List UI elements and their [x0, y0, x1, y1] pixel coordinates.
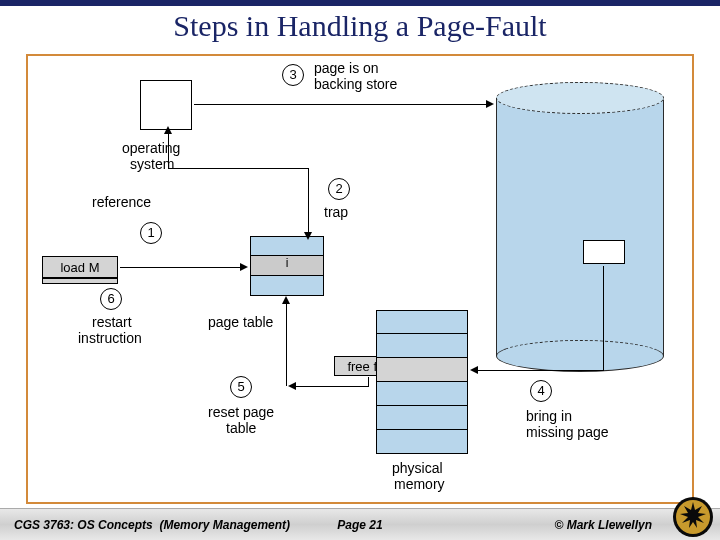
step-3: 3	[282, 64, 304, 86]
page-table-entry-i: i	[250, 256, 324, 276]
footer-copyright: © Mark Llewellyn	[554, 518, 652, 532]
label-missing-page: missing page	[526, 424, 609, 440]
label-reset-page: reset page	[208, 404, 274, 420]
label-instruction: instruction	[78, 330, 142, 346]
label-reset-table: table	[226, 420, 256, 436]
label-page-table: page table	[208, 314, 273, 330]
slide-title: Steps in Handling a Page-Fault	[0, 9, 720, 43]
footer: CGS 3763: OS Concepts (Memory Management…	[0, 508, 720, 540]
label-trap: trap	[324, 204, 348, 220]
step-6: 6	[100, 288, 122, 310]
label-operating: operating	[122, 140, 180, 156]
page-table: i	[250, 236, 324, 296]
step-1: 1	[140, 222, 162, 244]
label-reference: reference	[92, 194, 151, 210]
backing-store-cylinder	[496, 82, 664, 372]
label-memory: memory	[394, 476, 445, 492]
step-5: 5	[230, 376, 252, 398]
load-m-below	[42, 278, 118, 284]
label-page-is-on: page is on	[314, 60, 379, 76]
os-box	[140, 80, 192, 130]
label-backing-store: backing store	[314, 76, 397, 92]
diagram-canvas: operating system 3 page is on backing st…	[26, 54, 694, 504]
label-physical: physical	[392, 460, 443, 476]
phys-free-frame	[376, 358, 468, 382]
load-m-box: load M	[42, 256, 118, 278]
label-load-m: load M	[60, 260, 99, 275]
page-in-store	[583, 240, 625, 264]
ucf-logo	[672, 496, 714, 538]
step-2: 2	[328, 178, 350, 200]
physical-memory	[376, 310, 468, 454]
step-4: 4	[530, 380, 552, 402]
label-restart: restart	[92, 314, 132, 330]
label-bring-in: bring in	[526, 408, 572, 424]
